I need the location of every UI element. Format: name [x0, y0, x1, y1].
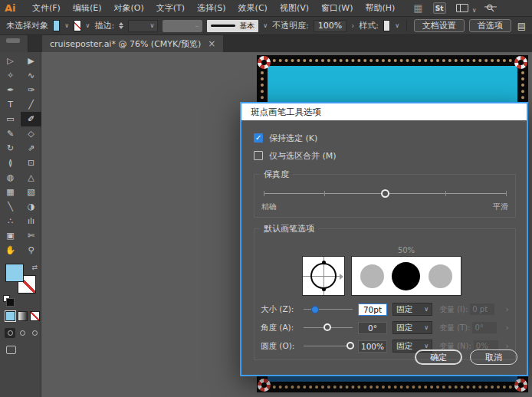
hand-tool[interactable]: ✋: [0, 243, 21, 258]
color-button[interactable]: [5, 311, 15, 321]
draw-normal-button[interactable]: [5, 328, 15, 338]
brush-shape-editor[interactable]: [302, 256, 345, 296]
roundness-input[interactable]: 100%: [358, 340, 387, 353]
column-graph-tool[interactable]: ılı: [21, 214, 41, 228]
chevron-down-icon[interactable]: ∨: [263, 22, 268, 29]
fidelity-slider-handle[interactable]: [381, 189, 389, 198]
arrange-documents-icon[interactable]: ▤: [517, 21, 526, 31]
gradient-tool[interactable]: ▧: [21, 185, 41, 199]
rectangle-tool[interactable]: ▭: [0, 112, 21, 126]
menu-help[interactable]: 帮助(H): [359, 2, 401, 14]
tools-dock-header[interactable]: [0, 35, 28, 52]
fill-color-swatch[interactable]: [53, 20, 60, 31]
menu-file[interactable]: 文件(F): [26, 2, 67, 14]
cancel-button[interactable]: 取消: [470, 349, 517, 365]
none-button[interactable]: [30, 311, 40, 321]
roundness-slider[interactable]: [304, 341, 353, 351]
symbol-sprayer-tool[interactable]: ∴: [0, 214, 21, 228]
scale-tool[interactable]: ⇗: [21, 141, 41, 156]
chevron-down-icon: ∨: [424, 324, 429, 331]
keep-selected-checkbox[interactable]: [254, 133, 263, 143]
shape-builder-tool[interactable]: ◍: [0, 170, 21, 185]
rotate-tool[interactable]: ↻: [0, 141, 21, 156]
width-profile-dropdown[interactable]: –: [163, 20, 202, 32]
mesh-icon: ▦: [6, 188, 14, 196]
default-fill-stroke-icon[interactable]: [3, 295, 10, 302]
magic-wand-tool[interactable]: ✧: [0, 68, 21, 83]
line-segment-tool[interactable]: ╱: [21, 97, 41, 112]
pen-tool[interactable]: ✒: [0, 83, 21, 97]
stroke-weight-dropdown[interactable]: ∨: [128, 20, 158, 32]
chevron-right-icon[interactable]: ›: [351, 21, 354, 30]
angle-mode-dropdown[interactable]: 固定∨: [392, 321, 432, 334]
workspace-switcher[interactable]: ∨: [456, 1, 477, 15]
gradient-icon: ▧: [27, 188, 34, 196]
brush-definition-dropdown[interactable]: 基本: [207, 20, 258, 32]
dialog-title[interactable]: 斑点画笔工具选项: [241, 103, 527, 120]
screen-mode-button[interactable]: [6, 346, 16, 354]
preview-dot-current: [392, 262, 420, 290]
menu-window[interactable]: 窗口(W): [315, 2, 359, 14]
curvature-tool[interactable]: ✑: [21, 83, 41, 97]
eyedropper-tool[interactable]: ╲: [0, 199, 21, 214]
angle-slider-handle[interactable]: [323, 323, 331, 331]
style-swatch[interactable]: [383, 20, 390, 31]
stroke-color-swatch[interactable]: [74, 20, 80, 31]
shaper-tool[interactable]: ✎: [0, 126, 21, 141]
size-mode-dropdown[interactable]: 固定∨: [392, 303, 432, 316]
perspective-grid-tool[interactable]: △: [21, 170, 41, 185]
grid-icon[interactable]: ▦: [413, 2, 422, 14]
size-input[interactable]: 70pt: [358, 303, 387, 316]
slice-tool[interactable]: ✄: [21, 228, 41, 243]
menu-select[interactable]: 选择(S): [191, 2, 232, 14]
artboard-tool[interactable]: ▣: [0, 228, 21, 243]
opacity-value[interactable]: 100%: [314, 20, 346, 32]
swap-fill-stroke-icon[interactable]: ⇄: [31, 264, 38, 271]
slice-icon: ✄: [28, 231, 34, 240]
roundness-handle-dot[interactable]: [322, 261, 326, 264]
document-setup-button[interactable]: 文档设置: [414, 19, 465, 32]
free-transform-tool[interactable]: ⊡: [21, 156, 41, 170]
zoom-tool[interactable]: ⚲: [21, 243, 41, 258]
menu-view[interactable]: 视图(V): [274, 2, 315, 14]
lasso-tool[interactable]: ∿: [21, 68, 41, 83]
gradient-button[interactable]: [18, 311, 28, 321]
ok-button[interactable]: 确定: [415, 349, 462, 365]
document-tab[interactable]: cruiseposter.ai* @ 76% (CMYK/预览) ×: [42, 35, 223, 52]
width-tool[interactable]: ≬: [0, 156, 21, 170]
selection-tool[interactable]: ▷: [0, 54, 21, 68]
menu-edit[interactable]: 编辑(E): [67, 2, 108, 14]
eraser-tool[interactable]: ◇: [21, 126, 41, 141]
type-tool[interactable]: T: [0, 97, 21, 112]
preferences-button[interactable]: 首选项: [469, 19, 511, 32]
close-icon[interactable]: ×: [208, 39, 215, 48]
chevron-down-icon[interactable]: ∨: [64, 22, 69, 29]
size-slider[interactable]: [304, 304, 353, 314]
angle-slider[interactable]: [304, 323, 353, 333]
fidelity-slider[interactable]: [264, 189, 506, 199]
roundness-slider-handle[interactable]: [346, 342, 354, 349]
size-slider-handle[interactable]: [311, 306, 319, 313]
draw-behind-button[interactable]: [17, 328, 28, 338]
mesh-tool[interactable]: ▦: [0, 185, 21, 199]
chevron-down-icon[interactable]: ∨: [395, 22, 399, 29]
menu-object[interactable]: 对象(O): [107, 2, 149, 14]
fill-indicator[interactable]: [5, 264, 24, 282]
size-label: 大小 (Z):: [261, 304, 304, 315]
draw-inside-button[interactable]: [29, 328, 40, 338]
angle-input[interactable]: 0°: [358, 322, 387, 334]
menu-type[interactable]: 文字(T): [150, 2, 191, 14]
direct-selection-tool[interactable]: ▶: [21, 54, 41, 68]
search-icon[interactable]: ⚲: [484, 2, 497, 15]
merge-only-label: 仅与选区合并 (M): [269, 150, 337, 162]
merge-only-checkbox[interactable]: [254, 151, 263, 160]
angle-label: 角度 (A):: [261, 323, 304, 333]
menu-effect[interactable]: 效果(C): [232, 2, 274, 14]
stock-icon[interactable]: St: [433, 2, 446, 14]
chevron-down-icon[interactable]: ∨: [86, 22, 90, 29]
blend-tool[interactable]: ◑: [21, 199, 41, 214]
stroke-weight-stepper[interactable]: [119, 22, 123, 29]
angle-variation-label: 变量 (T):: [439, 323, 470, 333]
roundness-handle-dot[interactable]: [322, 287, 326, 291]
blob-brush-tool[interactable]: ✐: [21, 112, 41, 126]
